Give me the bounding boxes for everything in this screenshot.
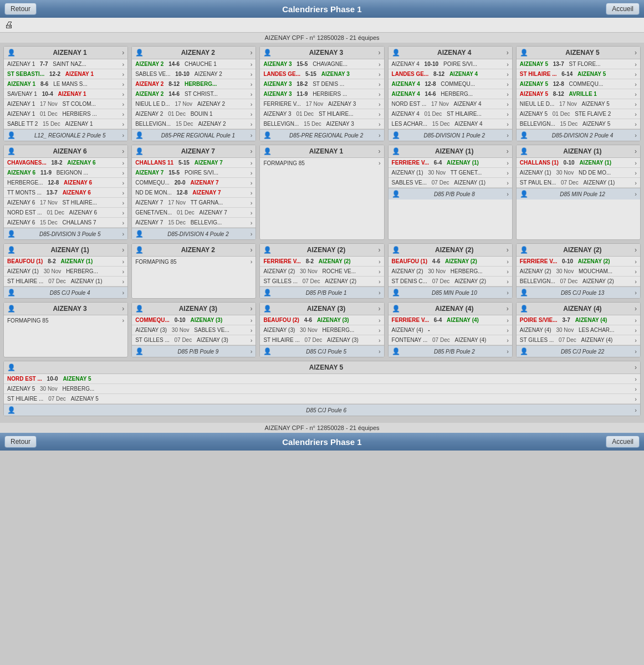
match-row[interactable]: NIEUL LE D... 17 Nov AIZENAY 5› <box>517 99 640 109</box>
team-card-header[interactable]: 👤AIZENAY (4)› <box>389 303 512 315</box>
match-row[interactable]: ST PAUL EN... 07 Dec AIZENAY (1)› <box>517 178 640 188</box>
match-row[interactable]: AIZENAY 5 8-12 AVRILLE 1› <box>517 89 640 99</box>
match-row[interactable]: AIZENAY (2) 30 Nov HERBERG...› <box>389 267 512 277</box>
poule-row[interactable]: 👤L12_ REGIONALE 2 Poule 5› <box>4 129 127 141</box>
match-row[interactable]: AIZENAY 1 01 Dec HERBIERS ...› <box>4 109 127 119</box>
match-row[interactable]: BEAUFOU (1) 8-2 AIZENAY (1)› <box>4 257 127 267</box>
match-row[interactable]: LES ACHAR... 15 Dec AIZENAY 4› <box>389 119 512 129</box>
match-row[interactable]: ST DENIS C... 07 Dec AIZENAY (2)› <box>389 277 512 287</box>
match-row[interactable]: FORMAPING 85› <box>132 257 255 267</box>
match-row[interactable]: NORD EST ... 10-0 AIZENAY 5› <box>4 374 640 384</box>
team-card-header[interactable]: 👤AIZENAY (2)› <box>517 244 640 257</box>
match-row[interactable]: GENET/VEN... 01 Dec AIZENAY 7› <box>132 208 255 218</box>
match-row[interactable]: ST HILAIRE ... 07 Dec AIZENAY 5› <box>4 394 640 404</box>
match-row[interactable]: AIZENAY 4 12-8 COMMEQU...› <box>389 79 512 89</box>
match-row[interactable]: NORD EST ... 17 Nov AIZENAY 4› <box>389 99 512 109</box>
match-row[interactable]: FORMAPING 85› <box>260 158 384 168</box>
poule-row[interactable]: 👤D85-DIVISION 1 Poule 2› <box>389 129 512 141</box>
poule-row[interactable]: 👤D85 P/B Poule 9› <box>132 345 255 357</box>
team-card-header[interactable]: 👤AIZENAY 1› <box>260 145 384 158</box>
match-row[interactable]: AIZENAY 6 17 Nov ST HILAIRE...› <box>4 198 127 208</box>
match-row[interactable]: AIZENAY (1) 30 Nov TT GENET...› <box>389 168 512 178</box>
match-row[interactable]: AIZENAY 3 18-2 ST DENIS ...› <box>260 79 384 89</box>
match-row[interactable]: ST HILAIRE ... 07 Dec AIZENAY (1)› <box>4 277 127 287</box>
poule-row[interactable]: 👤D85 C/J Poule 5› <box>260 345 384 357</box>
team-card-header[interactable]: 👤AIZENAY (3)› <box>260 303 384 315</box>
retour-button-top[interactable]: Retour <box>4 3 37 15</box>
poule-row[interactable]: 👤D85 P/B Poule 8› <box>389 188 512 200</box>
match-row[interactable]: SAVENAY 1 10-4 AIZENAY 1› <box>4 89 127 99</box>
match-row[interactable]: SABLES VE... 07 Dec AIZENAY (1)› <box>389 178 512 188</box>
match-row[interactable]: SABLE TT 2 15 Dec AIZENAY 1› <box>4 119 127 129</box>
match-row[interactable]: COMMEQU... 0-10 AIZENAY (3)› <box>132 315 255 325</box>
match-row[interactable]: ST GILLES ... 07 Dec AIZENAY (2)› <box>260 277 384 287</box>
match-row[interactable]: AIZENAY (3) 30 Nov HERBERG...› <box>260 325 384 335</box>
match-row[interactable]: HERBERGE... 12-8 AIZENAY 6› <box>4 178 127 188</box>
team-card-header[interactable]: 👤AIZENAY (2)› <box>260 244 384 257</box>
poule-row[interactable]: 👤D85 C/J Poule 22› <box>517 345 640 357</box>
match-row[interactable]: AIZENAY 6 15 Dec CHALLANS 7› <box>4 218 127 228</box>
match-row[interactable]: AIZENAY 7 17 Nov TT GARNA...› <box>132 198 255 208</box>
retour-button-bottom[interactable]: Retour <box>4 436 37 448</box>
match-row[interactable]: AIZENAY 1 17 Nov ST COLOM...› <box>4 99 127 109</box>
match-row[interactable]: ST GILLES ... 07 Dec AIZENAY (4)› <box>517 335 640 345</box>
team-card-header[interactable]: 👤AIZENAY 5› <box>4 361 640 374</box>
poule-row[interactable]: 👤D85 C/J Poule 4› <box>4 287 127 298</box>
match-row[interactable]: AIZENAY 4 01 Dec ST HILAIRE...› <box>389 109 512 119</box>
team-card-header[interactable]: 👤AIZENAY 1› <box>4 47 127 59</box>
match-row[interactable]: POIRE S/VIE... 3-7 AIZENAY (4)› <box>517 315 640 325</box>
match-row[interactable]: BELLEVIGN... 15 Dec AIZENAY 2› <box>132 119 255 129</box>
poule-row[interactable]: 👤D85 P/B Poule 2› <box>389 345 512 357</box>
match-row[interactable]: ST HILAIRE ... 07 Dec AIZENAY (3)› <box>260 335 384 345</box>
print-icon[interactable]: 🖨 <box>4 20 13 29</box>
match-row[interactable]: FERRIERE V... 17 Nov AIZENAY 3› <box>260 99 384 109</box>
accueil-button-top[interactable]: Accueil <box>606 3 640 15</box>
match-row[interactable]: AIZENAY (1) 30 Nov HERBERG...› <box>4 267 127 277</box>
match-row[interactable]: AIZENAY 4 10-10 POIRE S/VI...› <box>389 59 512 69</box>
poule-row[interactable]: 👤D85-PRE REGIONAL Poule 2› <box>260 129 384 141</box>
match-row[interactable]: FERRIERE V... 6-4 AIZENAY (4)› <box>389 315 512 325</box>
team-card-header[interactable]: 👤AIZENAY (1)› <box>4 244 127 257</box>
match-row[interactable]: AIZENAY 2 14-6 ST CHRIST...› <box>132 89 255 99</box>
accueil-button-bottom[interactable]: Accueil <box>606 436 640 448</box>
match-row[interactable]: CHAVAGNES... 18-2 AIZENAY 6› <box>4 158 127 168</box>
match-row[interactable]: CHALLANS (1) 0-10 AIZENAY (1)› <box>517 158 640 168</box>
match-row[interactable]: AIZENAY (2) 30 Nov ROCHE VE...› <box>260 267 384 277</box>
team-card-header[interactable]: 👤AIZENAY (1)› <box>517 145 640 158</box>
match-row[interactable]: AIZENAY 2 8-12 HERBERG...› <box>132 79 255 89</box>
match-row[interactable]: AIZENAY (4) -› <box>389 325 512 335</box>
match-row[interactable]: AIZENAY 2 01 Dec BOUIN 1› <box>132 109 255 119</box>
match-row[interactable]: COMMEQU... 20-0 AIZENAY 7› <box>132 178 255 188</box>
match-row[interactable]: FORMAPING 85› <box>4 315 127 325</box>
poule-row[interactable]: 👤D85 MIN Poule 12› <box>517 188 640 200</box>
team-card-header[interactable]: 👤AIZENAY 3› <box>4 303 127 315</box>
match-row[interactable]: FERRIERE V... 0-10 AIZENAY (2)› <box>517 257 640 267</box>
match-row[interactable]: AIZENAY 6 11-9 BEIGNON ...› <box>4 168 127 178</box>
match-row[interactable]: FERRIERE V... 8-2 AIZENAY (2)› <box>260 257 384 267</box>
poule-row[interactable]: 👤D85-DIVISION 3 Poule 5› <box>4 228 127 239</box>
match-row[interactable]: FERRIERE V... 6-4 AIZENAY (1)› <box>389 158 512 168</box>
match-row[interactable]: BELLEVIGN... 15 Dec AIZENAY 3› <box>260 119 384 129</box>
team-card-header[interactable]: 👤AIZENAY (1)› <box>389 145 512 158</box>
match-row[interactable]: SABLES VE... 10-10 AIZENAY 2› <box>132 69 255 79</box>
match-row[interactable]: NIEUL LE D... 17 Nov AIZENAY 2› <box>132 99 255 109</box>
poule-row[interactable]: 👤D85 MIN Poule 10› <box>389 287 512 298</box>
match-row[interactable]: BEAUFOU (2) 4-6 AIZENAY (3)› <box>260 315 384 325</box>
match-row[interactable]: FONTENAY ... 07 Dec AIZENAY (4)› <box>389 335 512 345</box>
match-row[interactable]: BELLEVIGN... 07 Dec AIZENAY (2)› <box>517 277 640 287</box>
team-card-header[interactable]: 👤AIZENAY (3)› <box>132 303 255 315</box>
match-row[interactable]: AIZENAY 5 12-8 COMMEQU...› <box>517 79 640 89</box>
match-row[interactable]: BELLEVIGN... 15 Dec AIZENAY 5› <box>517 119 640 129</box>
poule-row[interactable]: 👤D85-DIVISION 2 Poule 4› <box>517 129 640 141</box>
team-card-header[interactable]: 👤AIZENAY 3› <box>260 47 384 59</box>
poule-row[interactable]: 👤D85-PRE REGIONAL Poule 1› <box>132 129 255 141</box>
match-row[interactable]: AIZENAY (4) 30 Nov LES ACHAR...› <box>517 325 640 335</box>
match-row[interactable]: AIZENAY 1 7-7 SAINT NAZ...› <box>4 59 127 69</box>
poule-row[interactable]: 👤D85 C/J Poule 13› <box>517 287 640 298</box>
match-row[interactable]: AIZENAY 3 11-9 HERBIERS ...› <box>260 89 384 99</box>
match-row[interactable]: AIZENAY 5 01 Dec STE FLAIVE 2› <box>517 109 640 119</box>
match-row[interactable]: AIZENAY 3 01 Dec ST HILAIRE...› <box>260 109 384 119</box>
match-row[interactable]: ST GILLES ... 07 Dec AIZENAY (3)› <box>132 335 255 345</box>
match-row[interactable]: AIZENAY 7 15 Dec BELLEVIG...› <box>132 218 255 228</box>
team-card-header[interactable]: 👤AIZENAY 2› <box>132 244 255 257</box>
